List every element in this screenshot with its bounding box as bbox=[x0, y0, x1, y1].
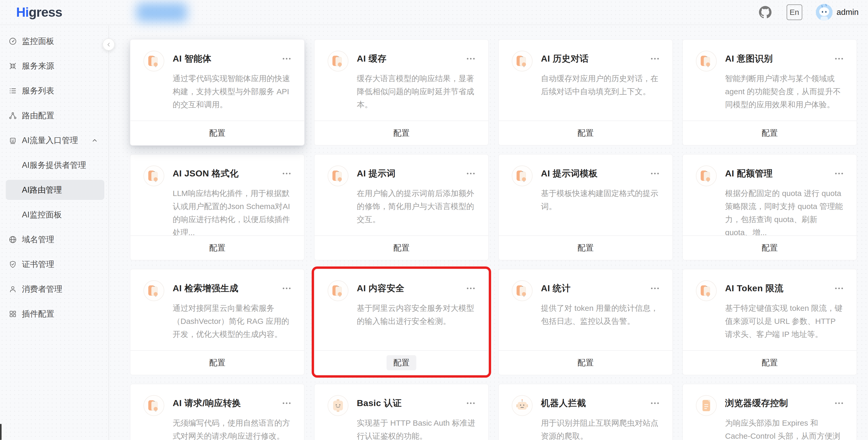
language-toggle-button[interactable]: En bbox=[786, 4, 802, 20]
card-menu-ellipsis-icon[interactable] bbox=[467, 173, 476, 175]
plugin-icon bbox=[328, 51, 348, 71]
plugin-card[interactable]: AI 智能体 通过零代码实现智能体应用的快速构建，支持大模型与外部服务 API … bbox=[130, 39, 305, 146]
configure-button[interactable]: 配置 bbox=[314, 121, 488, 145]
sidebar-collapse-button[interactable] bbox=[102, 38, 115, 51]
plugin-card[interactable]: 浏览器缓存控制 为响应头部添加 Expires 和 Cache-Control … bbox=[682, 384, 857, 440]
configure-button[interactable]: 配置 bbox=[130, 121, 304, 145]
sidebar-item[interactable]: 监控面板 bbox=[0, 29, 108, 54]
sidebar-item[interactable]: 域名管理 bbox=[0, 227, 108, 252]
sidebar-item-icon bbox=[9, 260, 17, 268]
plugin-card-head: AI JSON 格式化 LLM响应结构化插件，用于根据默认或用户配置的Json … bbox=[130, 154, 304, 235]
card-menu-ellipsis-icon[interactable] bbox=[467, 403, 476, 404]
user-menu[interactable]: admin bbox=[816, 4, 859, 21]
configure-button-label: 配置 bbox=[578, 357, 594, 368]
card-menu-ellipsis-icon[interactable] bbox=[835, 173, 844, 175]
sidebar-item-icon bbox=[9, 112, 17, 120]
configure-button[interactable]: 配置 bbox=[314, 350, 488, 375]
sidebar-item-icon bbox=[9, 37, 17, 46]
sidebar-subitem[interactable]: AI服务提供者管理 bbox=[0, 153, 108, 177]
plugin-card[interactable]: AI 缓存 缓存大语言模型的响应结果，显著降低相似问题的响应时延并节省成本。 配… bbox=[314, 39, 489, 146]
card-menu-ellipsis-icon[interactable] bbox=[283, 403, 291, 404]
card-menu-ellipsis-icon[interactable] bbox=[283, 288, 291, 289]
card-menu-ellipsis-icon[interactable] bbox=[835, 403, 844, 404]
card-menu-ellipsis-icon[interactable] bbox=[283, 173, 291, 175]
sidebar-item[interactable]: 路由配置 bbox=[0, 103, 108, 128]
sidebar-item[interactable]: 服务列表 bbox=[0, 78, 108, 103]
plugin-icon bbox=[328, 395, 348, 416]
plugin-icon bbox=[328, 280, 348, 301]
plugin-title: AI 请求/响应转换 bbox=[173, 397, 241, 409]
sidebar-scrollbar-thumb[interactable] bbox=[0, 424, 2, 440]
plugin-card[interactable]: AI Token 限流 基于特定键值实现 token 限流，键值来源可以是 UR… bbox=[682, 269, 857, 375]
plugin-card-head: AI 配额管理 根据分配固定的 quota 进行 quota 策略限流，同时支持… bbox=[683, 154, 857, 235]
plugin-title: AI 统计 bbox=[541, 282, 571, 294]
plugin-card-grid: AI 智能体 通过零代码实现智能体应用的快速构建，支持大模型与外部服务 API … bbox=[110, 26, 868, 440]
configure-button[interactable]: 配置 bbox=[130, 350, 304, 375]
sidebar-item[interactable]: 插件配置 bbox=[0, 301, 108, 326]
plugin-card-head: AI 检索增强生成 通过对接阿里云向量检索服务（DashVector）简化 RA… bbox=[130, 269, 304, 350]
card-menu-ellipsis-icon[interactable] bbox=[283, 58, 291, 60]
configure-button[interactable]: 配置 bbox=[683, 121, 857, 145]
plugin-card[interactable]: 机器人拦截 用于识别并阻止互联网爬虫对站点资源的爬取。 配置 bbox=[498, 384, 673, 440]
configure-button[interactable]: 配置 bbox=[683, 235, 857, 260]
plugin-title: AI 历史对话 bbox=[541, 53, 589, 65]
chevron-left-icon bbox=[106, 42, 112, 48]
plugin-description: 基于阿里云内容安全服务对大模型的输入输出进行安全检测。 bbox=[357, 302, 476, 328]
card-menu-ellipsis-icon[interactable] bbox=[835, 288, 844, 289]
plugin-card[interactable]: AI 提示词 在用户输入的提示词前后添加额外的修饰，简化用户与大语言模型的交互。… bbox=[314, 154, 489, 260]
plugin-description: 实现基于 HTTP Basic Auth 标准进行认证鉴权的功能。 bbox=[357, 416, 476, 440]
sidebar-item-label: 监控面板 bbox=[22, 36, 54, 47]
plugin-icon bbox=[512, 395, 533, 416]
redacted-page-title[interactable] bbox=[136, 3, 187, 22]
plugin-description: 智能判断用户请求与某个领域或 agent 的功能契合度，从而提升不同模型的应用效… bbox=[725, 72, 844, 111]
plugin-card[interactable]: AI 提示词模板 基于模板快速构建固定格式的提示词。 配置 bbox=[498, 154, 673, 260]
card-menu-ellipsis-icon[interactable] bbox=[467, 58, 476, 60]
sidebar-item[interactable]: 证书管理 bbox=[0, 252, 108, 276]
sidebar-subitem[interactable]: AI监控面板 bbox=[0, 202, 108, 227]
plugin-card[interactable]: AI 内容安全 基于阿里云内容安全服务对大模型的输入输出进行安全检测。 配置 bbox=[314, 269, 489, 375]
card-menu-ellipsis-icon[interactable] bbox=[835, 58, 844, 60]
plugin-card[interactable]: AI JSON 格式化 LLM响应结构化插件，用于根据默认或用户配置的Json … bbox=[130, 154, 305, 260]
plugin-title: 浏览器缓存控制 bbox=[725, 397, 788, 409]
plugin-title: 机器人拦截 bbox=[541, 397, 586, 409]
plugin-description: 无须编写代码，使用自然语言的方式对网关的请求/响应进行修改。 bbox=[173, 416, 291, 440]
plugin-icon bbox=[696, 395, 717, 416]
plugin-card[interactable]: AI 配额管理 根据分配固定的 quota 进行 quota 策略限流，同时支持… bbox=[682, 154, 857, 260]
plugin-card[interactable]: Basic 认证 实现基于 HTTP Basic Auth 标准进行认证鉴权的功… bbox=[314, 384, 489, 440]
plugin-card[interactable]: AI 历史对话 自动缓存对应用户的历史对话，在后续对话中自动填充到上下文。 配置 bbox=[498, 39, 673, 146]
higress-logo[interactable]: Higress bbox=[0, 5, 109, 20]
configure-button[interactable]: 配置 bbox=[683, 350, 857, 375]
card-menu-ellipsis-icon[interactable] bbox=[651, 173, 660, 175]
plugin-card[interactable]: AI 请求/响应转换 无须编写代码，使用自然语言的方式对网关的请求/响应进行修改… bbox=[130, 384, 305, 440]
plugin-description: 根据分配固定的 quota 进行 quota 策略限流，同时支持 quota 管… bbox=[725, 187, 844, 235]
sidebar-item[interactable]: 消费者管理 bbox=[0, 276, 108, 301]
card-menu-ellipsis-icon[interactable] bbox=[651, 403, 660, 404]
github-icon[interactable] bbox=[759, 6, 772, 19]
sidebar-item[interactable]: 服务来源 bbox=[0, 54, 108, 78]
plugin-title: AI 缓存 bbox=[357, 53, 386, 65]
configure-button[interactable]: 配置 bbox=[499, 235, 672, 260]
plugin-card-head: AI 历史对话 自动缓存对应用户的历史对话，在后续对话中自动填充到上下文。 bbox=[499, 40, 672, 121]
configure-button-label: 配置 bbox=[762, 127, 778, 139]
plugin-description: 基于模板快速构建固定格式的提示词。 bbox=[541, 187, 660, 213]
plugin-card[interactable]: AI 意图识别 智能判断用户请求与某个领域或 agent 的功能契合度，从而提升… bbox=[682, 39, 857, 146]
plugin-card[interactable]: AI 统计 提供了对 token 用量的统计信息，包括日志、监控以及告警。 配置 bbox=[498, 269, 673, 375]
card-menu-ellipsis-icon[interactable] bbox=[467, 288, 476, 289]
plugin-title: AI 提示词模板 bbox=[541, 168, 597, 180]
logo-hi: Hi bbox=[16, 5, 29, 20]
card-menu-ellipsis-icon[interactable] bbox=[651, 288, 660, 289]
configure-button[interactable]: 配置 bbox=[499, 350, 672, 375]
configure-button[interactable]: 配置 bbox=[314, 235, 488, 260]
plugin-description: 自动缓存对应用户的历史对话，在后续对话中自动填充到上下文。 bbox=[541, 72, 660, 98]
card-menu-ellipsis-icon[interactable] bbox=[651, 58, 660, 60]
plugin-icon bbox=[328, 166, 348, 186]
configure-button[interactable]: 配置 bbox=[130, 235, 304, 260]
plugin-card[interactable]: AI 检索增强生成 通过对接阿里云向量检索服务（DashVector）简化 RA… bbox=[130, 269, 305, 375]
sidebar-item[interactable]: AI流量入口管理 bbox=[0, 128, 108, 153]
plugin-title: AI JSON 格式化 bbox=[173, 168, 239, 180]
configure-button[interactable]: 配置 bbox=[499, 121, 672, 145]
sidebar-subitem[interactable]: AI路由管理 bbox=[6, 180, 104, 200]
sidebar-item-label: 插件配置 bbox=[22, 309, 54, 319]
plugin-description: 通过零代码实现智能体应用的快速构建，支持大模型与外部服务 API 的交互和调用。 bbox=[173, 72, 291, 111]
sidebar-item-icon bbox=[9, 310, 17, 318]
